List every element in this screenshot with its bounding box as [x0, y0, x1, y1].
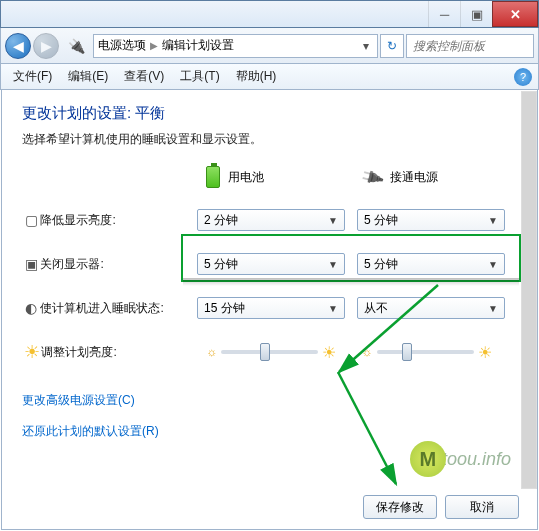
- sun-small-icon: ☼: [362, 345, 373, 359]
- chevron-down-icon: ▼: [328, 303, 338, 314]
- plug-icon: 🔌: [358, 164, 385, 190]
- minimize-button[interactable]: ─: [428, 1, 460, 27]
- brightness-plugged-slider[interactable]: ☼ ☀: [362, 342, 492, 362]
- page-title: 更改计划的设置: 平衡: [22, 104, 517, 123]
- sleep-icon: ◐: [22, 300, 40, 316]
- monitor-dim-icon: ▢: [22, 212, 40, 228]
- off-battery-dropdown[interactable]: 5 分钟▼: [197, 253, 345, 275]
- chevron-down-icon: ▼: [328, 215, 338, 226]
- sun-big-icon: ☀: [478, 343, 492, 362]
- row-brightness: ☀ 调整计划亮度: ☼ ☀ ☼ ☀: [22, 338, 517, 366]
- forward-button[interactable]: ▶: [33, 33, 59, 59]
- off-plugged-dropdown[interactable]: 5 分钟▼: [357, 253, 505, 275]
- row-label: 关闭显示器:: [40, 256, 197, 273]
- sleep-battery-dropdown[interactable]: 15 分钟▼: [197, 297, 345, 319]
- menu-bar: 文件(F) 编辑(E) 查看(V) 工具(T) 帮助(H) ?: [0, 64, 539, 90]
- menu-tools[interactable]: 工具(T): [174, 66, 225, 87]
- row-turn-off-display: ▣ 关闭显示器: 5 分钟▼ 5 分钟▼: [22, 250, 517, 278]
- close-button[interactable]: ✕: [492, 1, 538, 27]
- row-label: 调整计划亮度:: [41, 344, 206, 361]
- page-subtitle: 选择希望计算机使用的睡眠设置和显示设置。: [22, 131, 517, 148]
- cancel-button[interactable]: 取消: [445, 495, 519, 519]
- dim-battery-dropdown[interactable]: 2 分钟▼: [197, 209, 345, 231]
- breadcrumb-item[interactable]: 电源选项: [98, 37, 146, 54]
- menu-view[interactable]: 查看(V): [118, 66, 170, 87]
- link-advanced-settings[interactable]: 更改高级电源设置(C): [22, 392, 517, 409]
- chevron-down-icon[interactable]: ▾: [359, 39, 373, 53]
- link-restore-defaults[interactable]: 还原此计划的默认设置(R): [22, 423, 517, 440]
- sun-big-icon: ☀: [322, 343, 336, 362]
- chevron-right-icon: ▶: [150, 40, 158, 51]
- watermark: M toou.info: [410, 441, 511, 477]
- slider-thumb[interactable]: [402, 343, 412, 361]
- monitor-off-icon: ▣: [22, 256, 40, 272]
- row-label: 使计算机进入睡眠状态:: [40, 300, 197, 317]
- menu-help[interactable]: 帮助(H): [230, 66, 283, 87]
- menu-edit[interactable]: 编辑(E): [62, 66, 114, 87]
- col-battery-label: 用电池: [228, 169, 264, 186]
- col-plugged-label: 接通电源: [390, 169, 438, 186]
- menu-file[interactable]: 文件(F): [7, 66, 58, 87]
- chevron-down-icon: ▼: [488, 259, 498, 270]
- brightness-battery-slider[interactable]: ☼ ☀: [206, 342, 336, 362]
- sun-icon: ☀: [22, 341, 41, 363]
- row-sleep: ◐ 使计算机进入睡眠状态: 15 分钟▼ 从不▼: [22, 294, 517, 322]
- vertical-scrollbar[interactable]: [521, 91, 537, 489]
- navigation-bar: ◀ ▶ 🔌 电源选项 ▶ 编辑计划设置 ▾ ↻: [0, 28, 539, 64]
- search-input[interactable]: [406, 34, 534, 58]
- window-titlebar: ─ ▣ ✕: [0, 0, 539, 28]
- power-plan-icon: 🔌: [65, 35, 87, 57]
- chevron-down-icon: ▼: [488, 303, 498, 314]
- refresh-button[interactable]: ↻: [380, 34, 404, 58]
- chevron-down-icon: ▼: [488, 215, 498, 226]
- maximize-button[interactable]: ▣: [460, 1, 492, 27]
- chevron-down-icon: ▼: [328, 259, 338, 270]
- dim-plugged-dropdown[interactable]: 5 分钟▼: [357, 209, 505, 231]
- column-headers: 用电池 🔌 接通电源: [22, 166, 517, 188]
- battery-icon: [206, 166, 220, 188]
- content-area: 更改计划的设置: 平衡 选择希望计算机使用的睡眠设置和显示设置。 用电池 🔌 接…: [1, 90, 538, 530]
- help-icon[interactable]: ?: [514, 68, 532, 86]
- row-label: 降低显示亮度:: [40, 212, 197, 229]
- sleep-plugged-dropdown[interactable]: 从不▼: [357, 297, 505, 319]
- back-button[interactable]: ◀: [5, 33, 31, 59]
- sun-small-icon: ☼: [206, 345, 217, 359]
- slider-thumb[interactable]: [260, 343, 270, 361]
- annotation-shadow: [183, 278, 519, 286]
- save-button[interactable]: 保存修改: [363, 495, 437, 519]
- row-dim-display: ▢ 降低显示亮度: 2 分钟▼ 5 分钟▼: [22, 206, 517, 234]
- breadcrumb-item[interactable]: 编辑计划设置: [162, 37, 234, 54]
- breadcrumb[interactable]: 电源选项 ▶ 编辑计划设置 ▾: [93, 34, 378, 58]
